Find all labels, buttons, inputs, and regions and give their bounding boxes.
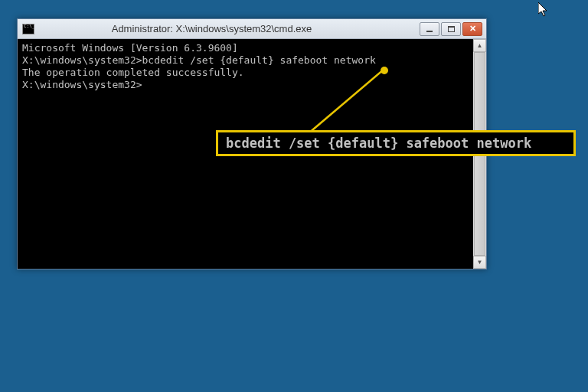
maximize-button[interactable] [441,22,461,36]
scroll-down-button[interactable]: ▼ [473,256,486,269]
titlebar[interactable]: Administrator: X:\windows\system32\cmd.e… [18,19,486,39]
prompt-path-2: X:\windows\system32> [22,79,142,90]
window-title: Administrator: X:\windows\system32\cmd.e… [4,23,420,34]
command-text: bcdedit /set {default} safeboot network [142,54,376,66]
close-icon: ✕ [469,24,476,34]
callout-text: bcdedit /set {default} safeboot network [226,136,531,151]
minimize-button[interactable] [420,22,439,36]
mouse-cursor-icon [538,2,549,18]
command-line-2: X:\windows\system32> [22,79,482,91]
scroll-up-button[interactable]: ▲ [473,39,486,52]
close-button[interactable]: ✕ [462,22,482,36]
callout-box: bcdedit /set {default} safeboot network [216,130,576,156]
result-line: The operation completed successfully. [22,67,482,79]
command-line-1: X:\windows\system32>bcdedit /set {defaul… [22,54,482,67]
cmd-icon [22,24,34,34]
maximize-icon [448,26,455,32]
prompt-path: X:\windows\system32> [22,54,142,66]
window-controls: ✕ [420,22,482,36]
version-line: Microsoft Windows [Version 6.3.9600] [22,42,482,54]
minimize-icon [426,31,433,32]
